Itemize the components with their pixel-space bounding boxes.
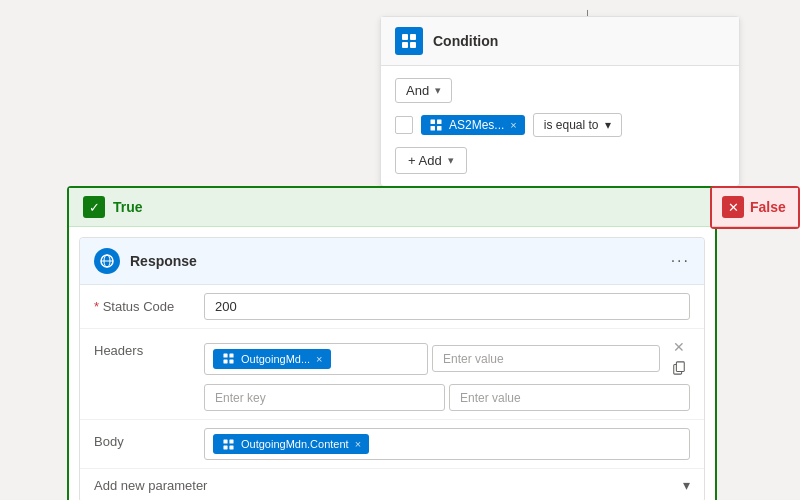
svg-rect-14 <box>229 359 233 363</box>
svg-rect-4 <box>431 120 436 125</box>
is-equal-to-dropdown[interactable]: is equal to ▾ <box>533 113 622 137</box>
body-value: OutgoingMdn.Content × <box>204 428 690 460</box>
add-param-chevron-icon: ▾ <box>683 477 690 493</box>
equal-chevron-icon: ▾ <box>605 118 611 132</box>
header-value-input-1[interactable]: Enter value <box>432 345 660 372</box>
chip-grid-icon <box>429 118 443 132</box>
as2-chip: AS2Mes... × <box>421 115 525 135</box>
svg-rect-13 <box>223 359 227 363</box>
true-badge: ✓ <box>83 196 105 218</box>
body-chip-close[interactable]: × <box>355 438 361 450</box>
svg-rect-11 <box>223 353 227 357</box>
svg-rect-1 <box>410 34 416 40</box>
headers-row: Headers <box>80 329 704 420</box>
outgoing-key-input[interactable]: OutgoingMd... × <box>204 343 428 375</box>
svg-rect-2 <box>402 42 408 48</box>
status-code-row: Status Code 200 <box>80 285 704 329</box>
add-param-row[interactable]: Add new parameter ▾ <box>80 469 704 500</box>
response-menu-button[interactable]: ··· <box>671 252 690 270</box>
chip-label: AS2Mes... <box>449 118 504 132</box>
add-condition-button[interactable]: + Add ▾ <box>395 147 725 174</box>
status-code-label: Status Code <box>94 293 204 314</box>
svg-rect-12 <box>229 353 233 357</box>
status-code-value: 200 <box>204 293 690 320</box>
svg-rect-7 <box>437 126 442 131</box>
condition-title: Condition <box>433 33 498 49</box>
svg-rect-20 <box>229 445 233 449</box>
header-key-input[interactable]: Enter key <box>204 384 445 411</box>
header-delete-button[interactable]: ✕ <box>669 337 689 357</box>
condition-header: Condition <box>381 17 739 66</box>
condition-icon <box>395 27 423 55</box>
condition-checkbox[interactable] <box>395 116 413 134</box>
false-label: False <box>750 199 786 215</box>
true-panel: ✓ True Response ··· Status Code <box>67 186 717 500</box>
body-chip-icon <box>221 437 235 451</box>
outgoing-chip-label: OutgoingMd... <box>241 353 310 365</box>
header-value-input-2[interactable]: Enter value <box>449 384 690 411</box>
add-chevron-icon: ▾ <box>448 154 454 167</box>
response-header: Response ··· <box>80 238 704 285</box>
body-row: Body Outgoing <box>80 420 704 469</box>
svg-rect-6 <box>431 126 436 131</box>
false-badge: ✕ <box>722 196 744 218</box>
status-code-input[interactable]: 200 <box>204 293 690 320</box>
true-label: True <box>113 199 143 215</box>
response-body: Status Code 200 Headers <box>80 285 704 500</box>
headers-grid: OutgoingMd... × Enter value ✕ <box>204 337 690 411</box>
svg-rect-19 <box>223 445 227 449</box>
outgoing-chip-close[interactable]: × <box>316 353 322 365</box>
body-label: Body <box>94 428 204 449</box>
svg-rect-17 <box>223 439 227 443</box>
svg-rect-5 <box>437 120 442 125</box>
body-chip: OutgoingMdn.Content × <box>213 434 369 454</box>
svg-rect-18 <box>229 439 233 443</box>
svg-rect-16 <box>676 362 684 372</box>
body-chip-label: OutgoingMdn.Content <box>241 438 349 450</box>
false-panel: ✕ False <box>710 186 800 229</box>
headers-row-2: Enter key Enter value <box>204 384 690 411</box>
response-card: Response ··· Status Code 200 Headers <box>79 237 705 500</box>
add-param-label: Add new parameter <box>94 478 207 493</box>
condition-row: AS2Mes... × is equal to ▾ <box>395 113 725 137</box>
header-copy-button[interactable] <box>668 359 690 380</box>
chip-grid-icon-2 <box>221 352 235 366</box>
condition-block: Condition And ▾ AS2Mes... × <box>380 16 740 187</box>
response-icon <box>94 248 120 274</box>
headers-value: OutgoingMd... × Enter value ✕ <box>204 337 690 411</box>
svg-rect-0 <box>402 34 408 40</box>
true-header: ✓ True <box>69 188 715 227</box>
and-chevron-icon: ▾ <box>435 84 441 97</box>
headers-row-1: OutgoingMd... × Enter value ✕ <box>204 337 690 380</box>
header-actions: ✕ <box>668 337 690 380</box>
response-title: Response <box>130 253 671 269</box>
outgoing-chip: OutgoingMd... × <box>213 349 331 369</box>
svg-rect-3 <box>410 42 416 48</box>
headers-label: Headers <box>94 337 204 358</box>
condition-body: And ▾ AS2Mes... × is equal to ▾ <box>381 66 739 186</box>
body-input[interactable]: OutgoingMdn.Content × <box>204 428 690 460</box>
and-dropdown[interactable]: And ▾ <box>395 78 452 103</box>
chip-close-icon[interactable]: × <box>510 119 516 131</box>
false-header: ✕ False <box>712 188 798 227</box>
